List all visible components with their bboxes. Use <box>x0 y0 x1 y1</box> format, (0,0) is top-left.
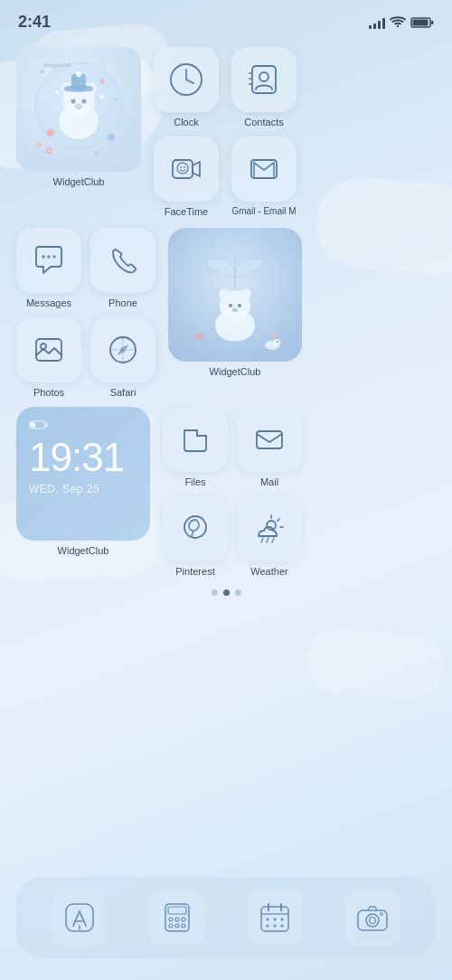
clock-label: Clock <box>174 117 199 127</box>
svg-point-72 <box>277 341 278 343</box>
page-dots <box>16 589 436 596</box>
dock-camera-icon[interactable] <box>344 890 400 946</box>
svg-rect-75 <box>31 422 35 428</box>
svg-point-11 <box>108 134 115 141</box>
gmail-icon[interactable] <box>231 137 297 202</box>
facetime-svg <box>167 150 205 188</box>
files-icon[interactable] <box>163 407 228 472</box>
svg-point-101 <box>274 919 277 921</box>
weather-label: Weather <box>250 566 287 577</box>
mail-svg <box>251 421 287 457</box>
safari-icon[interactable] <box>90 317 155 382</box>
weather-svg <box>251 511 287 547</box>
svg-rect-74 <box>46 423 48 427</box>
svg-point-10 <box>99 79 105 84</box>
messages-wrapper[interactable]: Messages <box>16 228 81 308</box>
status-time: 2:41 <box>18 13 51 32</box>
pinterest-label: Pinterest <box>175 566 214 577</box>
svg-point-109 <box>381 913 383 916</box>
phone-wrapper[interactable]: Phone <box>90 228 155 308</box>
weather-wrapper[interactable]: Weather <box>237 496 302 577</box>
widgetclub-1-icon[interactable]: ★ ✦ ★ ✦ <box>16 47 141 172</box>
svg-text:✦: ✦ <box>30 110 33 116</box>
svg-line-84 <box>272 538 274 542</box>
dock-camera-wrapper[interactable] <box>344 890 400 946</box>
contacts-wrapper[interactable]: Contacts <box>231 47 297 127</box>
svg-point-44 <box>42 255 45 259</box>
widget-date: WED, Sep.25 <box>29 483 137 495</box>
svg-point-95 <box>182 924 185 928</box>
row-1: ★ ✦ ★ ✦ <box>16 47 436 217</box>
messages-icon[interactable] <box>16 228 81 293</box>
svg-point-23 <box>82 99 87 104</box>
status-bar: 2:41 <box>0 0 452 40</box>
pinterest-wrapper[interactable]: Pinterest <box>163 496 228 577</box>
pinterest-icon[interactable] <box>163 496 228 561</box>
facetime-wrapper[interactable]: FaceTime <box>154 137 219 217</box>
svg-point-102 <box>281 919 284 921</box>
safari-label: Safari <box>110 387 137 398</box>
clock-widget[interactable]: 19:31 WED, Sep.25 <box>16 407 150 541</box>
svg-point-41 <box>180 166 182 168</box>
svg-rect-1 <box>431 21 434 24</box>
signal-icon <box>369 16 385 29</box>
widgetclub-2-icon[interactable] <box>168 228 302 362</box>
right-2x2-grid: Files Mail <box>163 407 302 577</box>
svg-point-93 <box>169 924 173 928</box>
svg-point-67 <box>203 341 267 350</box>
facetime-icon[interactable] <box>154 137 219 202</box>
bear-rain-art <box>168 228 302 362</box>
contacts-icon[interactable] <box>231 47 297 112</box>
facetime-label: FaceTime <box>165 206 209 217</box>
mail-wrapper[interactable]: Mail <box>237 407 302 487</box>
dock-calendar-icon[interactable] <box>247 890 303 946</box>
clock-widget-label: WidgetClub <box>58 545 109 556</box>
svg-text:✦: ✦ <box>102 65 107 71</box>
svg-line-83 <box>267 538 268 542</box>
dock-calculator-wrapper[interactable] <box>149 890 205 946</box>
clock-widget-wrapper[interactable]: 19:31 WED, Sep.25 WidgetClub <box>16 407 150 556</box>
dock-calculator-icon[interactable] <box>149 890 205 946</box>
contacts-svg <box>245 61 283 99</box>
mail-icon[interactable] <box>237 407 302 472</box>
dock-calendar-wrapper[interactable] <box>247 890 303 946</box>
svg-point-25 <box>55 90 59 94</box>
clock-wrapper[interactable]: Clock <box>154 47 219 127</box>
svg-text:★: ★ <box>114 96 119 102</box>
clock-svg <box>167 61 205 99</box>
files-wrapper[interactable]: Files <box>163 407 228 487</box>
svg-text:❅: ❅ <box>93 149 99 157</box>
svg-point-21 <box>76 71 81 77</box>
widgetclub-1-wrapper[interactable]: ★ ✦ ★ ✦ <box>16 47 141 187</box>
weather-icon[interactable] <box>237 496 302 561</box>
mail-label: Mail <box>260 476 278 487</box>
photos-icon[interactable] <box>16 317 81 382</box>
phone-icon[interactable] <box>90 228 155 293</box>
phone-svg <box>105 242 141 278</box>
gmail-wrapper[interactable]: Gmail - Email M <box>231 137 297 217</box>
right-stack-row1: Clock Contacts <box>154 47 297 217</box>
dock-appstore-icon[interactable] <box>52 890 108 946</box>
widgetclub-2-wrapper[interactable]: WidgetClub <box>168 228 302 377</box>
page-dot-inactive <box>212 589 218 596</box>
svg-point-92 <box>182 918 185 921</box>
clock-icon[interactable] <box>154 47 219 112</box>
svg-point-22 <box>71 99 76 104</box>
svg-text:WidgetClub: WidgetClub <box>43 62 72 68</box>
row-3: 19:31 WED, Sep.25 WidgetClub Files <box>16 407 436 577</box>
svg-point-35 <box>259 72 268 81</box>
safari-wrapper[interactable]: Safari <box>90 317 155 398</box>
bear-globe-art: ★ ✦ ★ ✦ <box>16 47 141 172</box>
photos-label: Photos <box>33 387 64 398</box>
svg-rect-76 <box>257 431 282 448</box>
svg-text:★: ★ <box>39 68 45 76</box>
dock-appstore-wrapper[interactable] <box>52 890 108 946</box>
calculator-svg <box>160 900 194 935</box>
svg-point-71 <box>273 339 280 346</box>
phone-label: Phone <box>108 297 137 308</box>
gmail-label: Gmail - Email M <box>231 206 296 216</box>
photos-wrapper[interactable]: Photos <box>16 317 81 398</box>
battery-icon <box>410 16 434 29</box>
svg-rect-2 <box>413 19 428 25</box>
svg-point-12 <box>36 142 42 147</box>
